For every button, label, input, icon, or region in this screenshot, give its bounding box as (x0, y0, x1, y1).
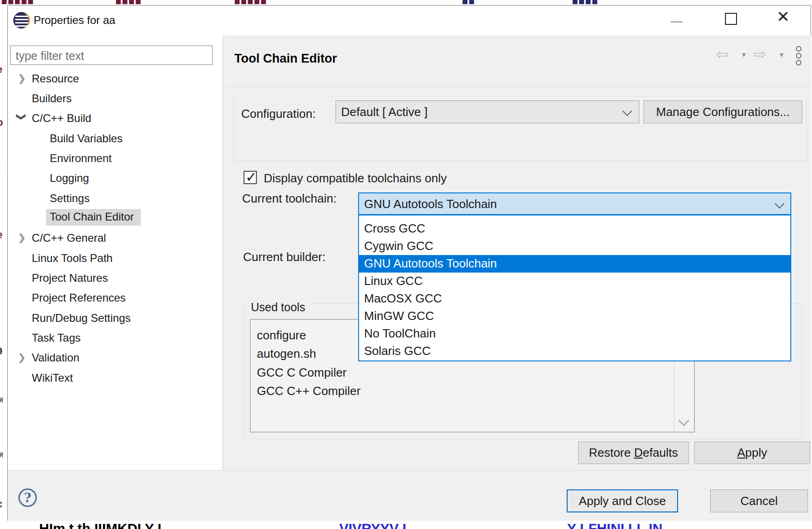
background-text-fragment: ▮▮▮▮▮ (1, 0, 70, 4)
background-text-fragment: % (0, 449, 3, 461)
forward-history-dropdown-icon[interactable]: ▼ (778, 51, 785, 58)
list-item[interactable]: autogen.sh (257, 347, 316, 362)
page-title: Tool Chain Editor (234, 52, 337, 66)
sidebar-item-builders[interactable]: Builders (8, 90, 220, 108)
background-text-fragment: c (0, 498, 3, 510)
display-compatible-toolchains-checkbox[interactable]: ✓ (244, 171, 257, 184)
title-bar[interactable]: Properties for aa ✕ (8, 6, 811, 35)
sidebar-item-logging[interactable]: Logging (8, 170, 220, 187)
background-text-fragment: e (0, 229, 3, 241)
background-text-fragment: e (0, 64, 3, 76)
eclipse-logo-icon (13, 12, 30, 29)
background-text-fragment: Y LFHINI LL IN (567, 522, 811, 529)
filter-placeholder: type filter text (16, 49, 212, 63)
sidebar-item-cpp-general[interactable]: ❯ C/C++ General (8, 230, 220, 247)
background-text-fragment: 9 (0, 345, 3, 357)
dropdown-option-selected[interactable]: GNU Autotools Toolchain (359, 255, 790, 273)
back-history-dropdown-icon[interactable]: ▼ (741, 51, 747, 58)
dropdown-option[interactable]: Solaris GCC (359, 343, 790, 360)
background-text-fragment: HIm t th IIIMKDI Y L (39, 522, 338, 529)
configuration-label: Configuration: (241, 107, 316, 121)
help-icon[interactable]: ? (18, 488, 37, 507)
manage-configurations-button[interactable]: Manage Configurations... (644, 100, 802, 123)
dropdown-option[interactable]: No ToolChain (359, 325, 790, 343)
current-toolchain-label: Current toolchain: (242, 192, 336, 206)
sidebar-item-resource[interactable]: ❯ Resource (8, 70, 220, 88)
background-text-fragment: ▮▮▮▮ (572, 0, 677, 4)
close-button[interactable]: ✕ (777, 7, 790, 26)
dropdown-option[interactable]: MacOSX GCC (359, 290, 790, 308)
sidebar-item-project-references[interactable]: Project References (8, 290, 220, 307)
apply-button[interactable]: Apply (694, 442, 810, 464)
background-text-fragment: ▮▮▮▮▮ (234, 0, 356, 4)
dropdown-option[interactable]: Cross GCC (359, 220, 790, 238)
back-icon[interactable]: ⇦ (716, 45, 729, 63)
sidebar-item-validation[interactable]: ❯ Validation (8, 349, 220, 367)
chevron-down-icon (775, 199, 784, 209)
sidebar-item-environment[interactable]: Environment (8, 150, 220, 168)
sidebar-item-task-tags[interactable]: Task Tags (8, 330, 220, 347)
chevron-down-icon (622, 106, 632, 116)
background-text-fragment: o (0, 116, 3, 128)
sidebar-item-run-debug-settings[interactable]: Run/Debug Settings (8, 310, 220, 327)
sidebar-item-tool-chain-editor[interactable]: Tool Chain Editor (8, 210, 220, 227)
current-toolchain-value: GNU Autotools Toolchain (364, 197, 497, 211)
toolchain-dropdown-list[interactable]: Cross GCC Cygwin GCC GNU Autotools Toolc… (358, 215, 791, 361)
sidebar-item-cpp-build[interactable]: ❯ C/C++ Build (8, 110, 220, 128)
chevron-down-icon[interactable]: ❯ (16, 113, 27, 121)
scroll-down-icon[interactable] (678, 415, 689, 426)
sidebar-item-linux-tools-path[interactable]: Linux Tools Path (8, 250, 220, 267)
pane-divider[interactable] (223, 35, 223, 470)
used-tools-legend: Used tools (247, 301, 309, 314)
sidebar-item-settings[interactable]: Settings (8, 190, 220, 208)
window-title: Properties for aa (34, 14, 115, 27)
dropdown-option[interactable]: Linux GCC (359, 273, 790, 290)
restore-defaults-button[interactable]: Restore Defaults (578, 442, 689, 464)
check-icon: ✓ (245, 169, 257, 185)
chevron-right-icon[interactable]: ❯ (18, 352, 26, 363)
screen: ▮▮▮▮▮ ▮▮▮▮ ▮▮▮▮▮ ▮▮ ▮▮▮▮ e o t e 9 % % c… (0, 0, 812, 529)
list-item[interactable]: configure (257, 328, 306, 344)
cancel-button[interactable]: Cancel (710, 489, 808, 512)
filter-input[interactable]: type filter text (10, 46, 213, 65)
minimize-button[interactable] (671, 21, 683, 23)
background-text-fragment: t (0, 162, 3, 174)
maximize-button[interactable] (725, 13, 737, 25)
sidebar-item-wikitext[interactable]: WikiText (8, 370, 220, 387)
chevron-right-icon[interactable]: ❯ (18, 73, 26, 84)
list-item[interactable]: GCC C++ Compiler (257, 384, 360, 400)
display-compatible-toolchains-label: Display compatible toolchains only (264, 171, 447, 186)
properties-dialog: Properties for aa ✕ type filter text ❯ R… (7, 5, 811, 521)
background-text-fragment: % (0, 394, 3, 406)
configuration-value: Default [ Active ] (341, 105, 428, 119)
view-menu-icon[interactable] (796, 46, 800, 67)
dropdown-option[interactable]: MinGW GCC (359, 308, 790, 325)
forward-icon[interactable]: ⇨ (754, 45, 766, 63)
background-text-fragment: VIVRYYV L (339, 522, 534, 529)
current-builder-label: Current builder: (243, 250, 325, 264)
sidebar-item-build-variables[interactable]: Build Variables (8, 130, 220, 148)
list-item[interactable]: GCC C Compiler (257, 366, 347, 381)
apply-and-close-button[interactable]: Apply and Close (567, 489, 678, 512)
sidebar-item-project-natures[interactable]: Project Natures (8, 270, 220, 287)
background-text-fragment: ▮▮ (462, 0, 508, 4)
header-divider (223, 86, 812, 87)
background-text-fragment: ▮▮▮▮ (115, 0, 214, 4)
dropdown-option[interactable]: Cygwin GCC (359, 238, 790, 255)
current-toolchain-select[interactable]: GNU Autotools Toolchain (358, 192, 791, 215)
chevron-right-icon[interactable]: ❯ (18, 232, 26, 243)
configuration-select[interactable]: Default [ Active ] (336, 100, 639, 123)
bottom-bar: ? (8, 471, 812, 521)
